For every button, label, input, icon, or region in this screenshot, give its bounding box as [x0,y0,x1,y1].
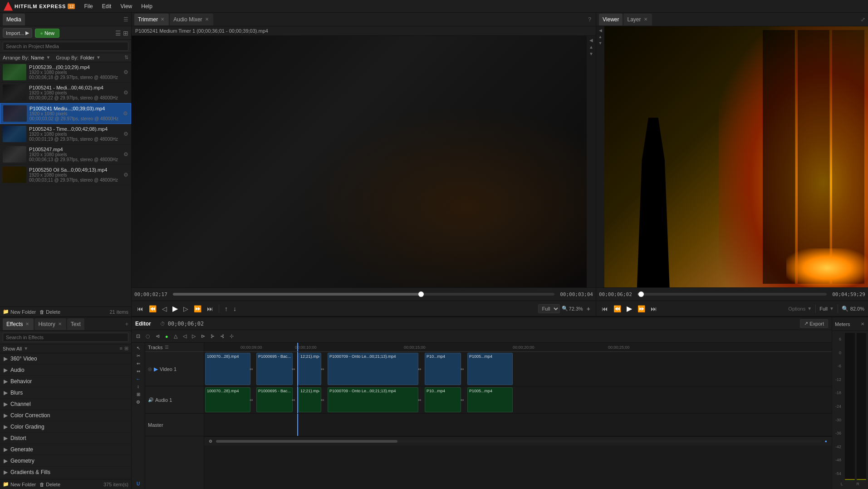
audio-clip-5[interactable]: P10...mp4 [425,387,461,412]
btn-play[interactable]: ▶ [171,303,180,314]
filter-dropdown[interactable]: ▼ [24,346,28,351]
effect-item[interactable]: ▶ Color Grading [0,421,131,433]
effect-item[interactable]: ▶ 360° Video [0,353,131,365]
trimmer-tab-close[interactable]: ✕ [160,17,165,22]
effect-item[interactable]: ▶ Geometry [0,455,131,467]
viewer-btn-to-start[interactable]: ⏮ [600,304,610,313]
history-tab-close[interactable]: ✕ [57,321,63,326]
viewer-scrubber-knob[interactable] [638,291,644,297]
effects-tab-close[interactable]: ✕ [25,321,30,326]
tool-settings[interactable]: ⚙ [132,399,144,405]
video-clip-3[interactable]: 12;21).mp4 [299,353,321,385]
audio-clip-1[interactable]: 100070...28).mp4 [205,387,250,412]
side-btn-3[interactable]: ▼ [589,51,593,56]
list-view-icon[interactable]: ☰ [115,30,121,37]
effects-new-folder-button[interactable]: 📁 New Folder [3,481,36,487]
viewer-zoom-arrow[interactable]: ▼ [829,306,834,311]
btn-mark-out[interactable]: ▷ [181,304,190,313]
filter-icon-1[interactable]: ≡ [120,346,123,351]
tab-history[interactable]: History ✕ [34,318,66,330]
viewer-nav-2[interactable]: ▲ [598,35,603,39]
tab-layer[interactable]: Layer ✕ [623,14,652,25]
tool-select[interactable]: ↖ [132,345,144,351]
list-item[interactable]: P1005241 - Medi...00;46;02).mp4 1920 x 1… [0,83,131,103]
group-value[interactable]: Folder [80,55,94,60]
btn-zoom-in[interactable]: + [585,304,592,313]
btn-overwrite[interactable]: ↓ [231,304,238,313]
viewer-btn-play[interactable]: ▶ [625,303,634,314]
viewer-zoom-label[interactable]: Full [819,306,828,311]
effects-search-input[interactable] [3,333,128,342]
tab-viewer[interactable]: Viewer [599,14,623,25]
media-settings-icon[interactable]: ⚙ [123,110,128,117]
meters-close[interactable]: ✕ [860,321,865,326]
viewer-btn-step-back[interactable]: ⏪ [612,304,623,313]
video-clip-1[interactable]: 100070...28).mp4 [205,353,250,385]
btn-to-start[interactable]: ⏮ [135,304,145,313]
btn-step-fwd[interactable]: ⏩ [192,304,203,313]
list-item[interactable]: P1005243 - Time...0;00;42;08).mp4 1920 x… [0,124,131,144]
editor-btn-1[interactable]: ◌ [144,332,152,340]
tracks-menu-icon[interactable]: ☰ [165,345,169,350]
viewer-btn-to-end[interactable]: ⏭ [649,304,659,313]
effect-item[interactable]: ▶ Behavior [0,376,131,387]
new-button[interactable]: ● New [35,29,59,38]
btn-step-back[interactable]: ⏪ [147,304,158,313]
tool-ripple[interactable]: ⇐ [132,360,144,367]
effect-item[interactable]: ▶ Audio [0,365,131,376]
menu-view[interactable]: View [117,2,136,10]
editor-btn-6[interactable]: ⊳ [199,332,207,340]
editor-btn-9[interactable]: ⊹ [228,332,235,340]
timeline-scroll[interactable] [216,440,821,443]
audio-enable-icon[interactable]: 🔊 [148,397,153,402]
media-settings-icon[interactable]: ⚙ [123,131,128,137]
trimmer-panel-help[interactable]: ? [586,16,593,23]
scrubber-knob[interactable] [418,291,424,297]
viewer-expand[interactable]: ⤢ [861,16,865,23]
list-item[interactable]: P1005247.mp4 1920 x 1080 pixels 00;00;06… [0,144,131,165]
grid-view-icon[interactable]: ⊞ [123,30,128,37]
effect-item[interactable]: ▶ Color Correction [0,410,131,421]
zoom-select[interactable]: Full [538,304,560,313]
list-item[interactable]: P1005239...(00;10;29).mp4 1920 x 1080 pi… [0,62,131,83]
tab-media[interactable]: Media [3,14,25,25]
media-settings-icon[interactable]: ⚙ [123,151,128,158]
audio-clip-3[interactable]: 12;21).mp4 [299,387,321,412]
tab-trimmer[interactable]: Trimmer ✕ [134,14,169,25]
export-button[interactable]: ↗ Export [800,319,828,328]
media-panel-menu[interactable]: ☰ [123,16,128,23]
video-clip-4[interactable]: P1000709 - Onto Le...00;21;13).mp4 [328,353,418,385]
tool-3[interactable]: ← [132,375,144,382]
viewer-nav-3[interactable]: ▼ [598,41,603,45]
new-folder-button[interactable]: 📁 New Folder [3,309,36,315]
effects-delete-button[interactable]: 🗑 Delete [39,482,60,487]
viewer-scrubber[interactable] [638,293,827,296]
viewer-options-arrow[interactable]: ▼ [807,306,812,311]
btn-insert[interactable]: ↑ [223,304,230,313]
show-all-button[interactable]: Show All [3,346,22,351]
audio-clip-4[interactable]: P1000709 - Onto Le...00;21;13).mp4 [328,387,418,412]
menu-edit[interactable]: Edit [98,2,115,10]
btn-mark-in[interactable]: ◁ [160,304,169,313]
viewer-btn-step-fwd[interactable]: ⏩ [636,304,647,313]
media-search-input[interactable] [3,42,128,51]
sort-icon[interactable]: ⇅ [124,54,128,60]
editor-btn-5[interactable]: ▷ [190,332,197,340]
effects-panel-add[interactable]: + [125,321,128,327]
tool-4[interactable]: ↕ [132,383,144,390]
trimmer-scrubber[interactable] [173,293,554,296]
effect-item[interactable]: ▶ Blurs [0,387,131,399]
import-button[interactable]: Import... ▶ [3,28,32,38]
timeline-bottom-btn-1[interactable]: ⚙ [207,438,214,445]
editor-btn-8[interactable]: ⊰ [218,332,226,340]
editor-btn-3[interactable]: △ [172,332,179,340]
media-settings-icon[interactable]: ⚙ [123,172,128,178]
tab-text[interactable]: Text [67,318,84,330]
btn-to-end[interactable]: ⏭ [205,304,215,313]
layer-tab-close[interactable]: ✕ [643,17,648,22]
tab-effects[interactable]: Effects ✕ [3,318,34,330]
tool-slip[interactable]: ⇔ [132,368,144,375]
editor-btn-record[interactable]: ● [163,333,170,340]
media-settings-icon[interactable]: ⚙ [123,69,128,75]
editor-btn-7[interactable]: ⊱ [209,332,216,340]
